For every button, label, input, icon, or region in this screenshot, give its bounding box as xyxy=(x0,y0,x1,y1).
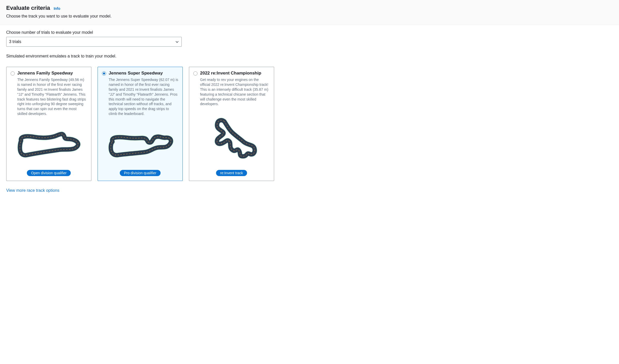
trials-selected-value: 3 trials xyxy=(9,39,21,44)
track-description: The Jennens Super Speedway (62.07 m) is … xyxy=(109,77,178,116)
radio-icon xyxy=(11,71,15,76)
track-title: Jennens Super Speedway xyxy=(109,71,163,76)
view-more-link[interactable]: View more race track options xyxy=(6,188,59,193)
trials-label: Choose number of trials to evaluate your… xyxy=(6,30,613,35)
page-title: Evaluate criteria xyxy=(6,5,50,11)
track-title: 2022 re:Invent Championship xyxy=(200,71,261,76)
track-badge: Pro division qualifier xyxy=(120,170,160,176)
track-title: Jennens Family Speedway xyxy=(17,71,73,76)
track-card-reinvent-2022[interactable]: 2022 re:Invent Championship Get ready to… xyxy=(189,67,274,181)
track-card-jennens-family[interactable]: Jennens Family Speedway The Jennens Fami… xyxy=(6,67,91,181)
track-shape-icon xyxy=(193,110,270,166)
trials-select[interactable]: 3 trials xyxy=(6,37,182,47)
info-link[interactable]: Info xyxy=(54,6,60,11)
track-description: The Jennens Family Speedway (49.56 m) is… xyxy=(17,77,87,116)
header-section: Evaluate criteria Info Choose the track … xyxy=(0,0,619,25)
track-grid: Jennens Family Speedway The Jennens Fami… xyxy=(6,67,613,181)
track-shape-icon xyxy=(102,120,178,166)
radio-icon xyxy=(102,71,106,76)
header-subtitle: Choose the track you want to use to eval… xyxy=(6,14,613,19)
track-badge: re:Invent track xyxy=(216,170,247,176)
track-description: Get ready to rev your engines on the off… xyxy=(200,77,270,106)
radio-icon xyxy=(193,71,197,76)
content-section: Choose number of trials to evaluate your… xyxy=(0,25,619,198)
track-card-jennens-super[interactable]: Jennens Super Speedway The Jennens Super… xyxy=(98,67,183,181)
track-shape-icon xyxy=(11,120,87,166)
sim-env-text: Simulated environment emulates a track t… xyxy=(6,54,613,59)
track-badge: Open division qualifier xyxy=(27,170,71,176)
